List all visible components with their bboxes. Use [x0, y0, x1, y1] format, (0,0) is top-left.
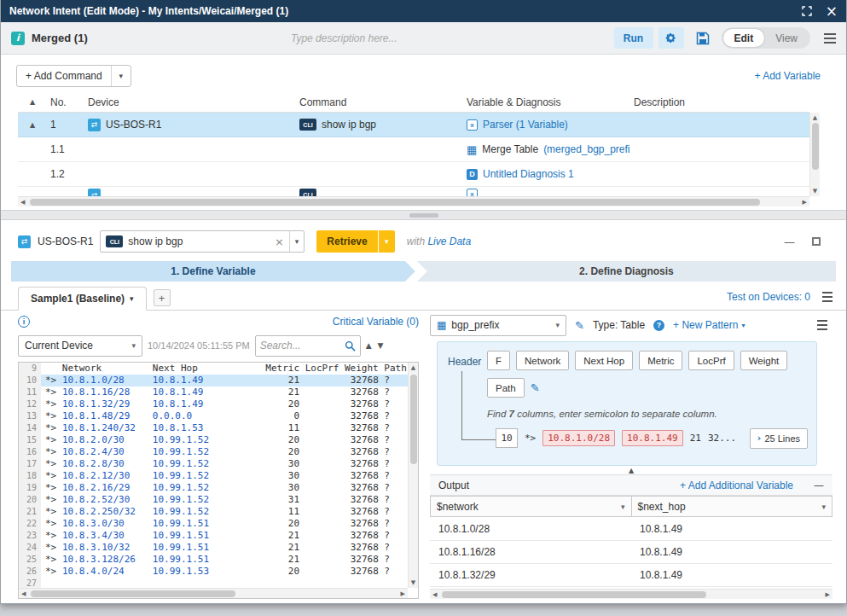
column-chip-path[interactable]: Path — [487, 378, 525, 398]
table-v-scrollbar[interactable]: ▲ ▼ — [809, 113, 820, 196]
scroll-left-icon[interactable]: ◀ — [20, 199, 25, 206]
scrollbar-thumb[interactable] — [812, 123, 819, 170]
code-line[interactable]: 27 — [19, 578, 408, 588]
description-input[interactable] — [291, 29, 513, 48]
maximize-pane-icon[interactable] — [812, 237, 821, 246]
column-chip-f[interactable]: F — [487, 351, 510, 370]
scroll-right-icon[interactable]: ▶ — [803, 199, 807, 206]
test-on-devices-link[interactable]: Test on Devices: 0 — [727, 291, 810, 303]
info-icon[interactable]: i — [18, 316, 30, 328]
scrollbar-thumb[interactable] — [410, 375, 417, 464]
table-row[interactable]: 1.1 ▦Merge Table (merged_bgp_prefix) — [18, 137, 809, 162]
merge-table-link[interactable]: (merged_bgp_prefix) — [543, 143, 630, 155]
output-column-nexthop[interactable]: $next_hop▾ — [631, 496, 833, 517]
scroll-down-icon[interactable]: ▼ — [813, 188, 817, 195]
run-button[interactable]: Run — [614, 27, 653, 49]
code-line[interactable]: 14*> 10.8.1.240/32 10.8.1.53 11 32768 ? — [19, 422, 408, 434]
lines-button[interactable]: › 25 Lines — [750, 428, 808, 449]
column-chip-network[interactable]: Network — [516, 351, 569, 370]
scrollbar-thumb[interactable] — [31, 590, 235, 597]
matched-nexthop-value[interactable]: 10.8.1.49 — [622, 430, 683, 446]
parser-menu-icon[interactable] — [817, 317, 827, 333]
search-input[interactable] — [260, 340, 345, 352]
scrollbar-thumb[interactable] — [30, 199, 760, 206]
command-input[interactable]: CLI show ip bgp × ▾ — [100, 230, 305, 253]
column-chip-next-hop[interactable]: Next Hop — [575, 351, 633, 370]
table-h-scrollbar[interactable]: ◀ ▶ — [18, 196, 809, 206]
find-prev-icon[interactable]: ▲ — [366, 341, 372, 350]
code-line[interactable]: 26*> 10.8.4.0/24 10.99.1.53 20 32768 ? — [19, 566, 408, 578]
diagnosis-link[interactable]: Untitled Diagnosis 1 — [483, 168, 574, 180]
settings-gear-button[interactable] — [658, 27, 684, 49]
chevron-down-icon[interactable]: ▾ — [821, 503, 826, 511]
edit-variable-icon[interactable]: ✎ — [575, 319, 584, 332]
chevron-down-icon[interactable]: ▾ — [621, 503, 625, 511]
code-line[interactable]: 20*> 10.8.2.52/30 10.99.1.52 31 32768 ? — [19, 494, 408, 506]
scrollbar-thumb[interactable] — [442, 591, 706, 598]
chevron-down-icon[interactable]: ▾ — [130, 294, 134, 303]
critical-variable-link[interactable]: Critical Variable (0) — [333, 316, 419, 328]
code-line[interactable]: 21*> 10.8.2.250/32 10.99.1.52 11 32768 ? — [19, 506, 408, 518]
chevron-down-icon[interactable]: ▾ — [112, 72, 131, 80]
table-row-clipped[interactable]: ⇄ CLI x — [18, 187, 809, 196]
column-chip-metric[interactable]: Metric — [639, 351, 682, 370]
fullscreen-icon[interactable] — [802, 6, 812, 16]
retrieve-dropdown-icon[interactable]: ▾ — [378, 230, 395, 253]
new-pattern-link[interactable]: + New Pattern ▾ — [673, 319, 745, 331]
column-chip-locprf[interactable]: LocPrf — [688, 351, 734, 370]
code-line[interactable]: 18*> 10.8.2.12/30 10.99.1.52 30 32768 ? — [19, 470, 408, 482]
splitter-grip[interactable] — [409, 213, 438, 218]
scroll-right-icon[interactable]: ▶ — [826, 591, 830, 598]
parser-link[interactable]: Parser (1 Variable) — [483, 119, 568, 131]
code-line[interactable]: 23*> 10.8.3.4/30 10.99.1.51 21 32768 ? — [19, 530, 408, 542]
output-column-network[interactable]: $network▾ — [430, 496, 632, 517]
table-row[interactable]: 1.2 DUntitled Diagnosis 1 — [18, 162, 809, 187]
add-additional-variable-link[interactable]: + Add Additional Variable — [680, 479, 793, 491]
step-define-diagnosis[interactable]: 2. Define Diagnosis — [417, 261, 836, 282]
variable-selector[interactable]: ▦ bgp_prefix ▾ — [430, 315, 566, 336]
minimize-output-icon[interactable]: — — [814, 479, 824, 491]
output-row[interactable]: 10.8.1.32/2910.8.1.49 — [430, 564, 832, 587]
code-line[interactable]: 16*> 10.8.2.4/30 10.99.1.52 20 32768 ? — [19, 446, 408, 458]
scroll-up-icon[interactable]: ▲ — [813, 114, 817, 121]
code-line[interactable]: 10*> 10.8.1.0/28 10.8.1.49 21 32768 ? — [19, 375, 408, 386]
find-next-icon[interactable]: ▼ — [378, 341, 384, 350]
code-line[interactable]: 17*> 10.8.2.8/30 10.99.1.52 30 32768 ? — [19, 458, 408, 470]
header-menu-icon[interactable] — [824, 31, 836, 46]
step-define-variable[interactable]: 1. Define Variable — [11, 261, 415, 282]
view-toggle[interactable]: View — [764, 29, 809, 47]
collapse-all-icon[interactable]: ▲ — [18, 98, 47, 106]
close-icon[interactable]: × — [826, 4, 838, 19]
code-line[interactable]: 24*> 10.8.3.10/32 10.99.1.51 21 32768 ? — [19, 542, 408, 554]
scroll-up-icon[interactable]: ▲ — [411, 364, 415, 371]
edit-toggle[interactable]: Edit — [723, 29, 765, 47]
column-chip-weight[interactable]: Weight — [740, 351, 788, 370]
help-icon[interactable]: ? — [653, 320, 664, 331]
tab-sample1-baseline[interactable]: Sample1 (Baseline) ▾ — [18, 287, 147, 311]
scroll-left-icon[interactable]: ◀ — [21, 590, 26, 597]
search-icon[interactable] — [345, 340, 356, 352]
command-dropdown-icon[interactable]: ▾ — [289, 231, 299, 252]
output-row[interactable]: 10.8.1.0/2810.8.1.49 — [430, 518, 832, 541]
collapse-row-icon[interactable]: ▲ — [18, 121, 47, 129]
matched-network-value[interactable]: 10.8.1.0/28 — [542, 430, 615, 446]
code-line[interactable]: 12*> 10.8.1.32/29 10.8.1.49 20 32768 ? — [19, 398, 408, 410]
code-h-scrollbar[interactable]: ◀ ▶ — [19, 588, 408, 598]
collapse-pane-icon[interactable]: — — [784, 235, 795, 248]
collapse-output-icon[interactable]: ▲ — [629, 467, 634, 474]
table-row[interactable]: ▲ 1 ⇄US-BOS-R1 CLIshow ip bgp xParser (1… — [18, 113, 809, 137]
pane-splitter[interactable] — [1, 210, 846, 220]
scroll-down-icon[interactable]: ▼ — [411, 579, 415, 586]
add-variable-link[interactable]: + Add Variable — [754, 70, 821, 82]
add-command-button[interactable]: + Add Command ▾ — [16, 65, 131, 87]
sample-text-viewer[interactable]: 9 Network Next Hop Metric LocPrf Weight … — [18, 362, 419, 599]
tab-menu-icon[interactable] — [822, 289, 832, 305]
code-line[interactable]: 19*> 10.8.2.16/29 10.99.1.52 30 32768 ? — [19, 482, 408, 494]
scroll-right-icon[interactable]: ▶ — [401, 590, 405, 597]
add-sample-tab-button[interactable]: + — [154, 289, 171, 306]
live-data-link[interactable]: Live Data — [427, 235, 471, 247]
clear-command-icon[interactable]: × — [275, 235, 284, 248]
code-line[interactable]: 13*> 10.8.1.48/29 0.0.0.0 0 32768 ? — [19, 410, 408, 422]
edit-columns-icon[interactable]: ✎ — [531, 381, 540, 394]
search-box[interactable] — [255, 335, 361, 357]
